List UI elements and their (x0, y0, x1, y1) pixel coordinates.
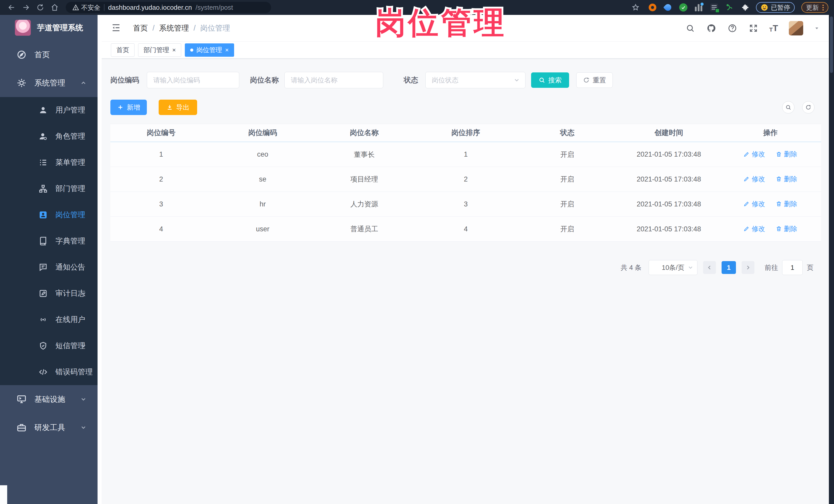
status-text: 开启 (517, 142, 618, 167)
reload-button[interactable] (35, 2, 46, 13)
goto-page-input[interactable] (782, 260, 803, 275)
sidebar-item-users[interactable]: 用户管理 (0, 97, 97, 123)
window-scrollbar[interactable] (829, 15, 834, 504)
extension-drop-icon[interactable] (663, 3, 672, 12)
sidebar-item-system[interactable]: 系统管理 (0, 69, 97, 97)
sidebar-item-error-codes[interactable]: 错误码管理 (0, 359, 97, 385)
browser-update-button[interactable]: 更新 (802, 2, 828, 13)
col-post-id: 岗位编号 (110, 124, 212, 142)
sidebar-item-dictionary[interactable]: 字典管理 (0, 228, 97, 254)
search-icon (539, 77, 545, 84)
sidebar-item-departments[interactable]: 部门管理 (0, 176, 97, 202)
trash-icon (776, 151, 782, 157)
status-text: 开启 (517, 167, 618, 192)
refresh-table-button[interactable] (802, 101, 814, 113)
browser-menu-icon[interactable] (821, 5, 824, 10)
extension-gm-icon[interactable] (710, 3, 719, 12)
toggle-search-button[interactable] (782, 101, 794, 113)
system-submenu: 用户管理 角色管理 菜单管理 部门管理 岗位管理 字典管理 (0, 97, 97, 385)
avatar-caret-icon[interactable] (814, 25, 820, 31)
delete-link[interactable]: 删除 (776, 150, 797, 159)
chevron-down-icon (687, 264, 694, 270)
sidebar-item-menus[interactable]: 菜单管理 (0, 149, 97, 176)
table-toolbar: 新增 导出 (110, 100, 821, 115)
sidebar-item-home[interactable]: 首页 (0, 41, 97, 69)
top-navbar: 首页 / 系统管理 / 岗位管理 TT (102, 15, 829, 42)
extensions-puzzle-icon[interactable] (741, 3, 749, 12)
tab-home[interactable]: 首页 (111, 43, 134, 57)
extension-orange-icon[interactable] (648, 3, 657, 12)
total-count: 共 4 条 (621, 263, 641, 272)
edit-link[interactable]: 修改 (743, 224, 765, 234)
table-header-row: 岗位编号 岗位编码 岗位名称 岗位排序 状态 创建时间 操作 (110, 124, 821, 142)
delete-link[interactable]: 删除 (776, 199, 797, 209)
sidebar-item-notices[interactable]: 通知公告 (0, 254, 97, 280)
post-name-input[interactable] (291, 76, 377, 84)
breadcrumb-system[interactable]: 系统管理 (159, 23, 189, 34)
chevron-down-icon (80, 290, 87, 297)
paused-extension-badge[interactable]: 已暂停 (756, 2, 795, 13)
compass-icon (17, 49, 27, 60)
sidebar-item-online-users[interactable]: 在线用户 (0, 307, 97, 333)
status-select[interactable]: 岗位状态 (425, 72, 525, 88)
sidebar-item-roles[interactable]: 角色管理 (0, 123, 97, 149)
trash-icon (776, 226, 782, 232)
not-secure-warning[interactable]: 不安全 (72, 3, 101, 12)
col-post-code: 岗位编码 (212, 124, 314, 142)
export-button[interactable]: 导出 (159, 100, 197, 115)
sidebar-item-posts[interactable]: 岗位管理 (0, 202, 97, 228)
sidebar-item-infrastructure[interactable]: 基础设施 (0, 385, 97, 413)
help-icon[interactable] (727, 23, 738, 34)
app-logo (15, 20, 31, 36)
edit-link[interactable]: 修改 (743, 175, 765, 183)
extension-check-icon[interactable] (679, 3, 688, 12)
bookmark-star-icon[interactable] (630, 2, 641, 13)
sidebar-scrollbar[interactable] (97, 15, 102, 504)
delete-link[interactable]: 删除 (776, 224, 797, 234)
prev-page-button[interactable] (703, 261, 716, 274)
next-page-button[interactable] (742, 261, 754, 274)
app-logo-row[interactable]: 芋道管理系统 (0, 15, 97, 41)
delete-link[interactable]: 删除 (776, 175, 797, 183)
close-icon[interactable]: × (225, 47, 229, 53)
post-badge-icon (39, 210, 48, 220)
page-number-1[interactable]: 1 (722, 261, 736, 274)
col-actions: 操作 (720, 124, 821, 142)
chevron-up-icon (80, 80, 87, 86)
add-button[interactable]: 新增 (110, 100, 147, 115)
header-search-icon[interactable] (685, 23, 695, 34)
sidebar-item-dev-tools[interactable]: 研发工具 (0, 413, 97, 442)
sidebar-item-audit-log[interactable]: 审计日志 (0, 280, 97, 307)
user-avatar[interactable] (789, 21, 803, 36)
font-size-icon[interactable]: TT (769, 23, 778, 33)
tab-departments[interactable]: 部门管理 × (138, 43, 181, 57)
refresh-icon (805, 104, 811, 110)
posts-table: 岗位编号 岗位编码 岗位名称 岗位排序 状态 创建时间 操作 1 ceo 董事长… (110, 124, 821, 242)
fullscreen-icon[interactable] (748, 23, 759, 34)
extension-vine-icon[interactable] (725, 3, 734, 12)
page-size-select[interactable]: 10条/页 (649, 260, 698, 275)
divider (104, 4, 105, 11)
filter-form: 岗位编码 岗位名称 状态 岗位状态 搜索 重置 (110, 72, 821, 88)
url-path: /system/post (196, 4, 233, 12)
close-icon[interactable]: × (172, 47, 176, 53)
address-bar[interactable]: 不安全 dashboard.yudao.iocoder.cn/system/po… (66, 2, 271, 13)
collapse-sidebar-icon[interactable] (111, 23, 122, 34)
post-code-input[interactable] (153, 76, 233, 84)
forward-button[interactable] (20, 2, 32, 13)
github-icon[interactable] (706, 23, 717, 34)
extension-columns-icon[interactable] (694, 3, 703, 12)
active-tab-dot (190, 48, 193, 51)
col-created: 创建时间 (618, 124, 720, 142)
sidebar-item-sms[interactable]: 短信管理 (0, 333, 97, 359)
edit-link[interactable]: 修改 (743, 199, 765, 209)
tab-posts[interactable]: 岗位管理 × (185, 43, 234, 57)
table-row: 3 hr 人力资源 3 开启 2021-01-05 17:03:48 修改 删除 (110, 192, 821, 217)
breadcrumb-home[interactable]: 首页 (133, 23, 148, 34)
edit-link[interactable]: 修改 (743, 150, 765, 159)
back-button[interactable] (6, 2, 18, 13)
post-name-input-wrap (284, 72, 383, 88)
home-button[interactable] (49, 2, 61, 13)
reset-button[interactable]: 重置 (576, 72, 613, 88)
search-button[interactable]: 搜索 (531, 72, 569, 88)
